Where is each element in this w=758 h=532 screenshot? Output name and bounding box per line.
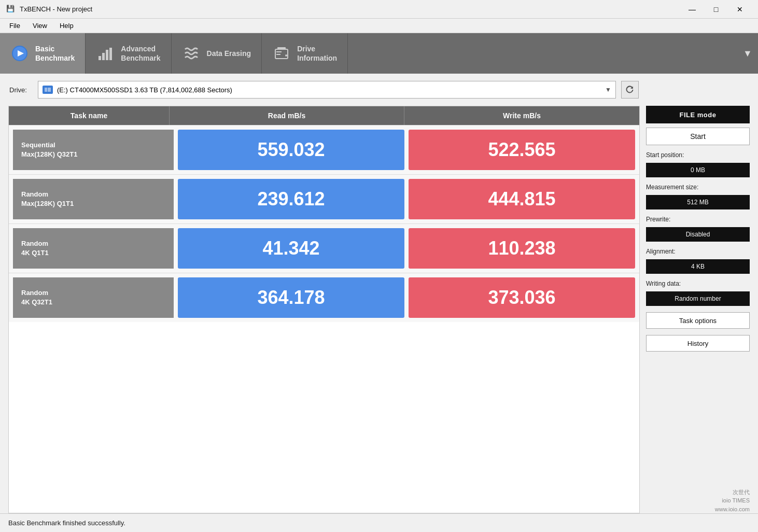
alignment-label: Alignment: [646, 248, 750, 255]
svg-rect-12 [45, 88, 47, 92]
read-value-random-4k-q32t1: 364.178 [178, 277, 404, 318]
table-row: Random4K Q32T1 364.178 373.036 [9, 273, 639, 322]
history-button[interactable]: History [646, 335, 750, 352]
minimize-button[interactable]: — [680, 1, 704, 18]
app-icon: 💾 [6, 5, 16, 14]
svg-rect-2 [99, 56, 101, 60]
title-bar-left: 💾 TxBENCH - New project [6, 5, 92, 14]
write-value-random-4k-q32t1: 373.036 [409, 277, 635, 318]
drive-row: Drive: (E:) CT4000MX500SSD1 3.63 TB (7,8… [8, 81, 640, 99]
drive-dropdown-arrow: ▼ [605, 86, 611, 93]
watermark: 次世代 ioio TIMES www.ioio.com [715, 488, 750, 514]
table-row: RandomMax(128K) Q1T1 239.612 444.815 [9, 174, 639, 223]
drive-information-icon [272, 44, 291, 63]
menu-help[interactable]: Help [54, 20, 79, 31]
file-mode-button[interactable]: FILE mode [646, 106, 750, 123]
drive-value: (E:) CT4000MX500SSD1 3.63 TB (7,814,002,… [57, 86, 232, 94]
header-write: Write mB/s [404, 106, 639, 125]
header-read: Read mB/s [170, 106, 404, 125]
title-bar: 💾 TxBENCH - New project — □ ✕ [0, 0, 758, 19]
svg-rect-13 [48, 88, 51, 92]
close-button[interactable]: ✕ [728, 1, 752, 18]
toolbar: BasicBenchmark AdvancedBenchmark Data Er… [0, 33, 758, 74]
status-bar: Basic Benchmark finished successfully. [0, 513, 758, 532]
left-panel: Drive: (E:) CT4000MX500SSD1 3.63 TB (7,8… [8, 81, 640, 513]
benchmark-table: Task name Read mB/s Write mB/s Sequentia… [8, 106, 640, 513]
drive-icon [43, 86, 53, 94]
task-options-button[interactable]: Task options [646, 312, 750, 329]
write-value-random-4k-q1t1: 110.238 [409, 228, 635, 269]
writing-data-value: Random number [646, 291, 750, 306]
write-value-sequential: 522.565 [409, 130, 635, 170]
writing-data-label: Writing data: [646, 280, 750, 287]
table-header: Task name Read mB/s Write mB/s [9, 106, 639, 125]
tab-advanced-benchmark[interactable]: AdvancedBenchmark [86, 33, 171, 74]
data-erasing-icon [182, 44, 201, 63]
tab-drive-information[interactable]: DriveInformation [262, 33, 348, 74]
basic-benchmark-label: BasicBenchmark [35, 44, 75, 63]
drive-select[interactable]: (E:) CT4000MX500SSD1 3.63 TB (7,814,002,… [38, 81, 616, 99]
data-erasing-label: Data Erasing [207, 49, 251, 58]
drive-select-inner: (E:) CT4000MX500SSD1 3.63 TB (7,814,002,… [43, 86, 232, 94]
task-name-sequential: SequentialMax(128K) Q32T1 [13, 130, 174, 170]
measurement-size-value: 512 MB [646, 195, 750, 209]
title-bar-controls: — □ ✕ [680, 1, 752, 18]
read-value-random-128k: 239.612 [178, 179, 404, 219]
svg-rect-5 [109, 48, 112, 60]
menu-file[interactable]: File [4, 20, 25, 31]
drive-information-label: DriveInformation [297, 44, 337, 63]
svg-point-7 [285, 54, 287, 57]
advanced-benchmark-label: AdvancedBenchmark [121, 44, 160, 63]
start-position-value: 0 MB [646, 163, 750, 177]
tab-data-erasing[interactable]: Data Erasing [172, 33, 262, 74]
advanced-benchmark-icon [96, 44, 115, 63]
svg-rect-8 [276, 51, 282, 52]
watermark-line2: ioio TIMES [715, 496, 750, 505]
toolbar-dropdown-button[interactable]: ▼ [737, 33, 758, 74]
watermark-line1: 次世代 [715, 488, 750, 497]
prewrite-value: Disabled [646, 227, 750, 242]
svg-rect-3 [102, 53, 105, 60]
refresh-icon [625, 85, 635, 94]
read-value-sequential: 559.032 [178, 130, 404, 170]
svg-rect-9 [276, 54, 280, 55]
task-name-random-128k: RandomMax(128K) Q1T1 [13, 179, 174, 219]
maximize-button[interactable]: □ [704, 1, 728, 18]
svg-rect-4 [106, 50, 108, 60]
watermark-line3: www.ioio.com [715, 505, 750, 514]
basic-benchmark-icon [10, 44, 29, 63]
task-name-random-4k-q1t1: Random4K Q1T1 [13, 228, 174, 269]
table-row: Random4K Q1T1 41.342 110.238 [9, 223, 639, 273]
start-button[interactable]: Start [646, 128, 750, 145]
task-name-random-4k-q32t1: Random4K Q32T1 [13, 277, 174, 318]
drive-refresh-button[interactable] [621, 81, 639, 99]
alignment-value: 4 KB [646, 259, 750, 274]
svg-rect-10 [277, 47, 286, 49]
menu-view[interactable]: View [27, 20, 52, 31]
tab-basic-benchmark[interactable]: BasicBenchmark [0, 33, 86, 74]
read-value-random-4k-q1t1: 41.342 [178, 228, 404, 269]
write-value-random-128k: 444.815 [409, 179, 635, 219]
table-row: SequentialMax(128K) Q32T1 559.032 522.56… [9, 125, 639, 174]
prewrite-label: Prewrite: [646, 216, 750, 223]
status-text: Basic Benchmark finished successfully. [8, 519, 125, 527]
measurement-size-label: Measurement size: [646, 184, 750, 191]
right-panel: FILE mode Start Start position: 0 MB Mea… [646, 81, 750, 513]
menu-bar: File View Help [0, 19, 758, 33]
start-position-label: Start position: [646, 151, 750, 159]
main-area: Drive: (E:) CT4000MX500SSD1 3.63 TB (7,8… [0, 74, 758, 513]
drive-label: Drive: [9, 86, 33, 94]
header-task-name: Task name [9, 106, 170, 125]
window-title: TxBENCH - New project [20, 5, 92, 13]
